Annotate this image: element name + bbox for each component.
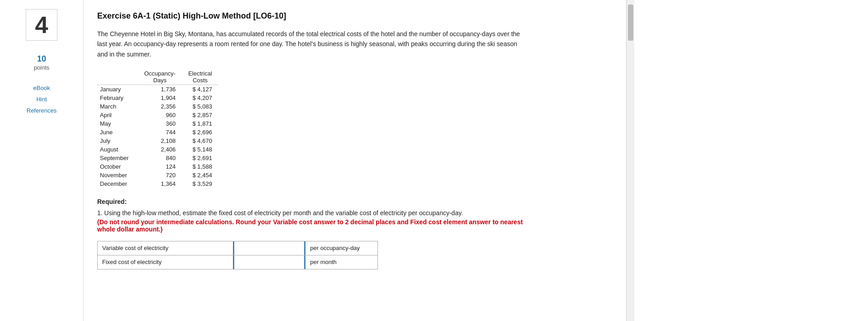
fixed-cost-unit: per month [306, 255, 378, 269]
variable-cost-unit: per occupancy-day [306, 241, 378, 255]
sidebar-links: eBook Hint References [27, 85, 57, 114]
days-cell: 960 [138, 111, 182, 119]
cost-cell: $ 4,670 [182, 137, 218, 145]
answer-table: Variable cost of electricityper occupanc… [97, 241, 378, 269]
month-cell: August [97, 145, 138, 154]
cost-cell: $ 1,588 [182, 162, 218, 171]
table-row: May360$ 1,871 [97, 119, 218, 128]
days-cell: 744 [138, 128, 182, 137]
col1-header [97, 69, 138, 85]
intro-text: The Cheyenne Hotel in Big Sky, Montana, … [97, 29, 527, 59]
fixed-cost-label: Fixed cost of electricity [98, 255, 233, 269]
month-cell: January [97, 85, 138, 94]
month-cell: September [97, 154, 138, 162]
scrollbar[interactable] [626, 0, 634, 321]
month-cell: February [97, 94, 138, 102]
hint-link[interactable]: Hint [36, 96, 47, 103]
days-cell: 720 [138, 171, 182, 179]
month-cell: March [97, 102, 138, 111]
table-row: January1,736$ 4,127 [97, 85, 218, 94]
answer-row: Fixed cost of electricityper month [98, 255, 378, 269]
cost-cell: $ 4,207 [182, 94, 218, 102]
points-label: points [34, 64, 50, 71]
month-cell: June [97, 128, 138, 137]
table-row: April960$ 2,857 [97, 111, 218, 119]
required-note: (Do not round your intermediate calculat… [97, 218, 527, 233]
table-row: June744$ 2,696 [97, 128, 218, 137]
month-cell: April [97, 111, 138, 119]
days-cell: 1,736 [138, 85, 182, 94]
table-row: February1,904$ 4,207 [97, 94, 218, 102]
days-cell: 1,364 [138, 179, 182, 188]
table-row: August2,406$ 5,148 [97, 145, 218, 154]
ebook-link[interactable]: eBook [33, 85, 50, 91]
points-value: 10 [37, 54, 46, 64]
required-instruction: 1. Using the high-low method, estimate t… [97, 208, 527, 218]
required-label: Required: [97, 198, 527, 205]
days-cell: 360 [138, 119, 182, 128]
exercise-title: Exercise 6A-1 (Static) High-Low Method [… [97, 11, 608, 21]
month-cell: May [97, 119, 138, 128]
fixed-cost-input-cell[interactable] [233, 255, 306, 269]
cost-cell: $ 3,529 [182, 179, 218, 188]
cost-cell: $ 5,148 [182, 145, 218, 154]
sidebar: 4 10 points eBook Hint References [0, 0, 84, 321]
cost-cell: $ 5,083 [182, 102, 218, 111]
variable-cost-label: Variable cost of electricity [98, 241, 233, 255]
days-cell: 2,406 [138, 145, 182, 154]
month-cell: July [97, 137, 138, 145]
table-row: October124$ 1,588 [97, 162, 218, 171]
main-content: Exercise 6A-1 (Static) High-Low Method [… [84, 0, 626, 321]
cost-cell: $ 2,691 [182, 154, 218, 162]
table-row: March2,356$ 5,083 [97, 102, 218, 111]
col2-header-top: Occupancy- Days [138, 69, 182, 85]
days-cell: 2,356 [138, 102, 182, 111]
cost-cell: $ 1,871 [182, 119, 218, 128]
cost-cell: $ 2,857 [182, 111, 218, 119]
data-table: Occupancy- Days Electrical Costs January… [97, 69, 218, 188]
days-cell: 2,108 [138, 137, 182, 145]
table-row: November720$ 2,454 [97, 171, 218, 179]
references-link[interactable]: References [27, 107, 57, 114]
cost-cell: $ 2,454 [182, 171, 218, 179]
variable-cost-input-cell[interactable] [233, 241, 306, 255]
month-cell: October [97, 162, 138, 171]
cost-cell: $ 4,127 [182, 85, 218, 94]
question-number: 4 [35, 11, 48, 38]
table-row: September840$ 2,691 [97, 154, 218, 162]
answer-row: Variable cost of electricityper occupanc… [98, 241, 378, 255]
table-row: December1,364$ 3,529 [97, 179, 218, 188]
days-cell: 124 [138, 162, 182, 171]
question-number-box: 4 [26, 9, 57, 41]
cost-cell: $ 2,696 [182, 128, 218, 137]
variable-cost-input[interactable] [233, 241, 305, 255]
table-row: July2,108$ 4,670 [97, 137, 218, 145]
days-cell: 1,904 [138, 94, 182, 102]
month-cell: December [97, 179, 138, 188]
scrollbar-thumb[interactable] [628, 5, 633, 41]
col3-header-top: Electrical Costs [182, 69, 218, 85]
required-section: Required: 1. Using the high-low method, … [97, 198, 527, 232]
fixed-cost-input[interactable] [233, 255, 305, 269]
month-cell: November [97, 171, 138, 179]
days-cell: 840 [138, 154, 182, 162]
